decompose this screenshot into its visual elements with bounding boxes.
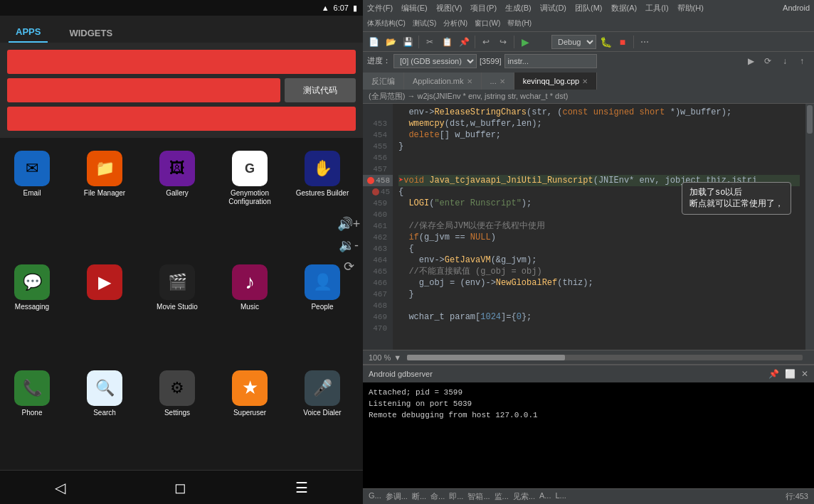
menu-build[interactable]: 生成(B) [505, 3, 532, 14]
app-item-gallery[interactable]: 🖼 Gallery [145, 145, 209, 259]
stop-button[interactable]: ■ [615, 34, 630, 50]
run-button[interactable]: ▶ [517, 34, 533, 50]
console-output[interactable]: Attached; pid = 3599 Listening on port 5… [363, 382, 814, 488]
status-icon-search[interactable]: 见索... [513, 491, 535, 502]
menu-file[interactable]: 文件(F) [367, 3, 393, 14]
app-item-superuser[interactable]: ★ Superuser [218, 365, 282, 470]
menu-project[interactable]: 项目(P) [470, 3, 497, 14]
process-select[interactable]: [0] (GDB session) [393, 54, 477, 68]
toolbar-copy[interactable]: 📋 [439, 34, 455, 50]
tab-widgets[interactable]: WIDGETS [62, 23, 120, 43]
gestures-label: Gestures Builder [296, 189, 349, 198]
app-item-nav[interactable]: ▶ [73, 259, 137, 364]
debug-button[interactable]: 🐛 [598, 34, 613, 50]
status-icon-a[interactable]: A... [539, 491, 551, 502]
toolbar-sep5 [633, 36, 634, 48]
toolbar-more[interactable]: ⋯ [637, 34, 652, 50]
menu-arch[interactable]: 体系结构(C) [367, 18, 406, 28]
toolbar-paste[interactable]: 📌 [456, 34, 472, 50]
widget-row-3 [7, 107, 356, 131]
tb2-btn2[interactable]: ⟳ [760, 53, 776, 69]
tab-applicationmk[interactable]: Application.mk ✕ [404, 73, 482, 90]
tab-close-ellipsis[interactable]: ✕ [500, 77, 505, 85]
app-item-search[interactable]: 🔍 Search [73, 365, 137, 470]
status-icon-imm[interactable]: 即... [449, 491, 463, 502]
tab-kevinqq[interactable]: kevinqq_log.cpp ✕ [514, 73, 598, 90]
tab-disassemble[interactable]: 反汇编 [363, 73, 404, 90]
app-item-messaging[interactable]: 💬 Messaging [0, 259, 64, 364]
status-icon-tune[interactable]: 参调... [386, 491, 408, 502]
toolbar-undo[interactable]: ↩ [478, 34, 494, 50]
status-icon-intelli[interactable]: 智箱... [467, 491, 490, 502]
menu-analyze[interactable]: 分析(N) [443, 18, 467, 28]
app-item-phone[interactable]: 📞 Phone [0, 365, 64, 470]
rotate-button[interactable]: ⟳ [344, 259, 354, 274]
app-item-moviestudio[interactable]: 🎬 Movie Studio [145, 259, 209, 364]
toolbar-sep1 [418, 36, 419, 48]
status-icon-l[interactable]: L... [555, 491, 566, 502]
app-item-settings[interactable]: ⚙ Settings [145, 365, 209, 470]
search-icon: 🔍 [87, 370, 122, 406]
tab-close-kevinqq[interactable]: ✕ [582, 77, 588, 85]
console-line-2: Listening on port 5039 [369, 398, 808, 409]
app-item-filemanager[interactable]: 📁 File Manager [73, 145, 137, 259]
horizontal-scrollbar[interactable] [407, 355, 803, 360]
ide-menubar: 文件(F) 编辑(E) 视图(V) 项目(P) 生成(B) 调试(D) 团队(M… [363, 0, 814, 16]
tab-apps[interactable]: APPS [9, 22, 48, 43]
back-button[interactable]: ◁ [55, 479, 65, 496]
home-button[interactable]: ◻ [174, 479, 186, 496]
moviestudio-icon: 🎬 [159, 264, 195, 300]
menu-debug[interactable]: 调试(D) [540, 3, 566, 14]
code-line: } [398, 289, 800, 300]
menu-data[interactable]: 数据(A) [611, 3, 638, 14]
app-item-genymotion[interactable]: G Genymotion Configuration [218, 145, 282, 259]
menu-help[interactable]: 帮助(H) [677, 3, 704, 14]
status-icon-monitor[interactable]: 监... [495, 491, 509, 502]
volume-down-button[interactable]: 🔉- [339, 237, 359, 253]
menu-view[interactable]: 视图(V) [436, 3, 462, 14]
console-close-button[interactable]: ✕ [801, 369, 808, 379]
toolbar-redo[interactable]: ↪ [495, 34, 511, 50]
debug-config-select[interactable]: Debug [551, 35, 596, 49]
code-line [398, 152, 800, 163]
toolbar-new[interactable]: 📄 [366, 34, 381, 50]
volume-up-button[interactable]: 🔊+ [337, 216, 361, 232]
scroll-gutter [805, 104, 814, 350]
code-line: { [398, 186, 800, 198]
tb2-btn1[interactable]: ▶ [743, 53, 758, 69]
status-icon-break[interactable]: 断... [412, 491, 426, 502]
music-icon: ♪ [232, 264, 268, 300]
toolbar2-icons: ▶ ⟳ ↓ ↑ [743, 53, 810, 69]
settings-label: Settings [164, 409, 190, 417]
app-item-email[interactable]: ✉ Email [0, 145, 64, 259]
toolbar-cut[interactable]: ✂ [422, 34, 438, 50]
toolbar-open[interactable]: 📂 [383, 34, 398, 50]
search-label: Search [93, 409, 116, 417]
app-item-voicedialer[interactable]: 🎤 Voice Dialer [290, 365, 354, 470]
status-icon-g[interactable]: G... [369, 491, 381, 502]
code-content[interactable]: env->ReleaseStringChars(str, (const unsi… [393, 104, 805, 350]
battery-icon: ▮ [353, 4, 357, 13]
status-icon-cmd[interactable]: 命... [430, 491, 445, 502]
menu-tools[interactable]: 工具(I) [645, 3, 668, 14]
scroll-thumb[interactable] [807, 105, 813, 134]
menu-window[interactable]: 窗口(W) [475, 18, 500, 28]
tb2-btn4[interactable]: ↑ [794, 53, 810, 69]
widget-code-btn[interactable]: 测试代码 [285, 78, 356, 102]
menu-button[interactable]: ☰ [295, 479, 308, 496]
tb2-btn3[interactable]: ↓ [777, 53, 793, 69]
tab-close-applicationmk[interactable]: ✕ [467, 77, 472, 85]
console-pin-button[interactable]: 📌 [768, 369, 779, 379]
genymotion-icon: G [232, 151, 268, 186]
menu-help2[interactable]: 帮助(H) [507, 18, 532, 28]
voicedialer-icon: 🎤 [305, 370, 340, 406]
app-item-music[interactable]: ♪ Music [218, 259, 282, 364]
widget-area: 测试代码 [0, 43, 363, 138]
tab-ellipsis[interactable]: ... ✕ [482, 73, 514, 90]
console-float-button[interactable]: ⬜ [785, 369, 796, 379]
menu-edit[interactable]: 编辑(E) [401, 3, 428, 14]
menu-team[interactable]: 团队(M) [575, 3, 603, 14]
thread-input[interactable] [504, 54, 597, 68]
toolbar-save[interactable]: 💾 [400, 34, 416, 50]
menu-test[interactable]: 测试(S) [413, 18, 436, 28]
